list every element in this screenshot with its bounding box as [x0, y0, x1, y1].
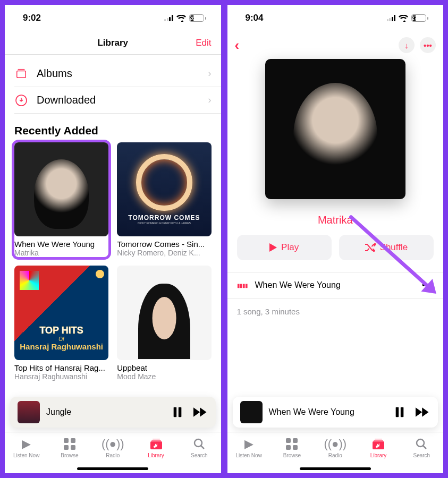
search-icon: [416, 438, 427, 450]
svg-rect-12: [396, 407, 399, 417]
back-button[interactable]: ‹: [235, 37, 240, 54]
edit-button[interactable]: Edit: [196, 38, 211, 48]
home-indicator[interactable]: [300, 467, 371, 470]
download-arrow-icon: ↓: [404, 41, 409, 50]
chevron-right-icon: ›: [208, 68, 212, 79]
album-artist: Mood Maze: [117, 372, 211, 381]
mini-player-art: [18, 401, 40, 423]
svg-rect-4: [64, 438, 69, 443]
radio-icon: ((●)): [102, 438, 124, 450]
album-art: TOP HITS Of Hansraj Raghuwanshi: [14, 266, 108, 360]
svg-point-21: [417, 439, 424, 447]
library-header: Library Edit: [5, 31, 221, 55]
wifi-icon: [399, 15, 408, 22]
albums-icon: [14, 66, 28, 80]
status-indicators: 28: [164, 14, 206, 22]
svg-rect-16: [286, 445, 291, 450]
tab-browse[interactable]: Browse: [271, 438, 314, 458]
album-art: TOMORROW COMES NICKY ROMERO & DENIZ KOYU…: [117, 142, 211, 236]
albums-row[interactable]: Albums ›: [5, 60, 221, 87]
svg-rect-19: [374, 440, 383, 441]
svg-rect-3: [178, 407, 181, 417]
library-icon: [373, 438, 384, 450]
play-circle-icon: ▶: [22, 438, 31, 450]
status-indicators: 27: [387, 14, 429, 22]
tab-browse[interactable]: Browse: [48, 438, 91, 458]
ellipsis-icon: •••: [424, 41, 432, 50]
album-artist: Matrika: [14, 249, 108, 257]
play-circle-icon: ▶: [244, 438, 253, 450]
artist-name[interactable]: Matrika: [227, 214, 444, 226]
more-button[interactable]: •••: [420, 37, 436, 53]
library-icon: [150, 438, 162, 450]
play-button[interactable]: Play: [237, 235, 332, 260]
status-time: 9:02: [23, 13, 41, 23]
album-title: Uppbeat: [117, 363, 211, 372]
svg-rect-9: [151, 440, 161, 441]
album-top-hits[interactable]: TOP HITS Of Hansraj Raghuwanshi Top Hits…: [14, 266, 108, 380]
album-when-we-were-young[interactable]: When We Were Young Matrika: [13, 141, 109, 258]
svg-rect-15: [293, 438, 298, 443]
album-uppbeat[interactable]: Uppbeat Mood Maze: [117, 266, 211, 380]
album-title: Tomorrow Comes - Sin...: [117, 240, 211, 249]
track-more-button[interactable]: •••: [422, 280, 434, 291]
mini-player[interactable]: When We Were Young: [233, 397, 438, 428]
svg-rect-7: [71, 445, 75, 450]
album-artwork: [265, 59, 405, 199]
tab-library[interactable]: Library: [357, 438, 400, 458]
download-button[interactable]: ↓: [399, 37, 415, 53]
page-title: Library: [97, 38, 128, 48]
album-title: Top Hits of Hansraj Rag...: [14, 363, 108, 372]
shuffle-icon: [365, 243, 376, 252]
grid-icon: [64, 438, 75, 450]
tab-listen-now[interactable]: ▶Listen Now: [5, 438, 48, 458]
albums-label: Albums: [37, 67, 200, 80]
svg-rect-17: [293, 445, 298, 450]
chevron-right-icon: ›: [208, 95, 212, 106]
battery-icon: 27: [411, 14, 428, 22]
battery-icon: 28: [189, 14, 206, 22]
mini-player-title: When We Were Young: [269, 407, 384, 417]
svg-point-11: [195, 439, 202, 447]
pause-icon[interactable]: [394, 406, 405, 418]
svg-rect-2: [173, 407, 176, 417]
album-tomorrow-comes[interactable]: TOMORROW COMES NICKY ROMERO & DENIZ KOYU…: [117, 142, 211, 257]
svg-rect-20: [375, 439, 382, 440]
album-detail-screen: 9:04 27 ‹ ↓ ••• Matrika Play Shuffle: [226, 3, 445, 475]
album-artist: Hansraj Raghuwanshi: [14, 372, 108, 381]
download-icon: [14, 93, 28, 107]
home-indicator[interactable]: [77, 467, 148, 470]
status-bar: 9:02 28: [5, 5, 221, 31]
album-art: [117, 266, 211, 360]
mini-player-art: [240, 401, 263, 423]
radio-icon: ((●)): [324, 438, 346, 450]
tab-listen-now[interactable]: ▶Listen Now: [227, 438, 271, 458]
pause-icon[interactable]: [172, 406, 183, 418]
recently-added-title: Recently Added: [5, 114, 221, 142]
svg-rect-0: [17, 71, 26, 78]
search-icon: [193, 438, 205, 450]
next-track-icon[interactable]: [416, 407, 430, 417]
tab-radio[interactable]: ((●))Radio: [314, 438, 357, 458]
tab-radio[interactable]: ((●))Radio: [91, 438, 134, 458]
library-screen: 9:02 28 Library Edit Albums › Downloaded…: [3, 3, 223, 475]
shuffle-button[interactable]: Shuffle: [339, 235, 434, 260]
cellular-icon: [164, 15, 173, 21]
tab-library[interactable]: Library: [134, 438, 177, 458]
action-buttons: Play Shuffle: [227, 226, 444, 267]
tab-search[interactable]: Search: [177, 438, 221, 458]
now-playing-icon: ▮▮▮▮: [237, 283, 248, 288]
album-art: [14, 142, 108, 236]
downloaded-label: Downloaded: [37, 94, 200, 106]
recently-added-grid: When We Were Young Matrika TOMORROW COME…: [5, 142, 221, 381]
tab-search[interactable]: Search: [400, 438, 443, 458]
mini-player[interactable]: Jungle: [10, 397, 216, 428]
next-track-icon[interactable]: [193, 407, 208, 417]
svg-rect-6: [64, 445, 69, 450]
status-time: 9:04: [246, 13, 264, 23]
svg-rect-14: [286, 438, 291, 443]
downloaded-row[interactable]: Downloaded ›: [14, 87, 221, 113]
track-row[interactable]: ▮▮▮▮ When We Were Young •••: [227, 272, 444, 298]
mini-player-title: Jungle: [46, 407, 162, 417]
grid-icon: [286, 438, 298, 450]
